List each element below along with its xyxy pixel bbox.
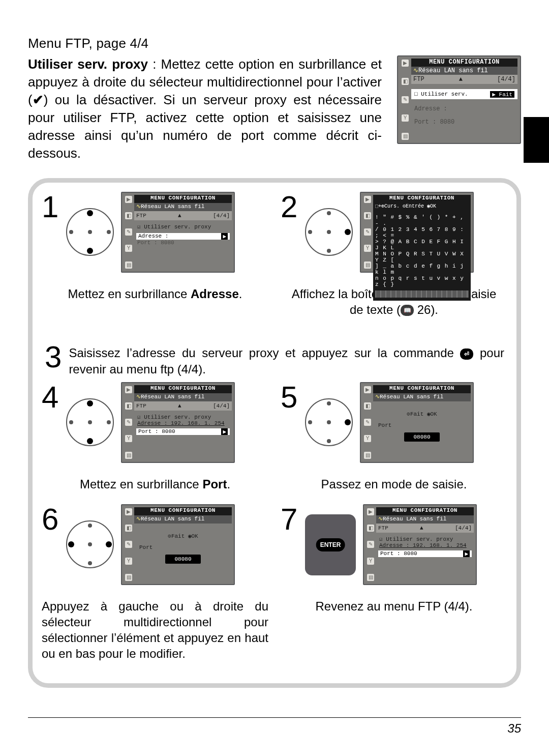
dial-icon: [305, 398, 353, 446]
pencil-icon: ✎: [402, 96, 409, 103]
intro-text: Utiliser serv. proxy : Mettez cette opti…: [28, 55, 382, 163]
steps-board: 1 ▶◧✎Y▤ MENU CONFIGURATION ∿Réseau LAN s…: [28, 178, 521, 688]
enter-button-graphic: [305, 514, 356, 575]
step-7: 7 ▶◧✎Y▤ MENU CONFIGURATION ∿Réseau LAN s…: [281, 504, 507, 674]
lcd-top: ▶ ◧ ✎ Y ▤ MENU CONFIGURATION ∿Réseau LAN…: [397, 55, 521, 144]
step-1: 1 ▶◧✎Y▤ MENU CONFIGURATION ∿Réseau LAN s…: [42, 192, 268, 330]
step-6: 6 ▶◧✎Y▤ MENU CONFIGURATION ∿Réseau LAN s…: [42, 504, 268, 674]
lcd-step2: ▶◧✎Y▤ MENU CONFIGURATION ⬚+⊕Curs. ⊙Entré…: [360, 192, 474, 273]
lcd-step4: ▶◧✎Y▤ MENU CONFIGURATION ∿Réseau LAN san…: [121, 382, 235, 463]
step-4: 4 ▶◧✎Y▤ MENU CONFIGURATION ∿Réseau LAN s…: [42, 382, 268, 504]
lcd-side-icons: ▶ ◧ ✎ Y ▤: [400, 60, 410, 140]
manual-ref-icon: 📖: [401, 305, 414, 316]
lcd-step6: ▶◧✎Y▤ MENU CONFIGURATION ∿Réseau LAN san…: [121, 504, 235, 585]
intro-lead: Utiliser serv. proxy: [28, 56, 148, 72]
footer-rule: [28, 717, 521, 718]
camera-icon: ◧: [402, 78, 409, 85]
check-icon: ✔: [33, 92, 44, 107]
lcd-step1: ▶◧✎Y▤ MENU CONFIGURATION ∿Réseau LAN san…: [121, 192, 235, 273]
enter-icon: ⏎: [460, 348, 473, 360]
step-5: 5 ▶◧✎Y▤ MENU CONFIGURATION ∿Réseau LAN s…: [281, 382, 507, 504]
intro-row: Utiliser serv. proxy : Mettez cette opti…: [28, 55, 521, 163]
lcd-step5: ▶◧✎Y▤ MENU CONFIGURATION ∿Réseau LAN san…: [360, 382, 474, 463]
step-3: 3 Saisissez l’adresse du serveur proxy e…: [42, 330, 507, 382]
dial-icon: [66, 398, 114, 446]
lcd-step7: ▶◧✎Y▤ MENU CONFIGURATION ∿Réseau LAN san…: [363, 504, 477, 585]
page-title: Menu FTP, page 4/4: [28, 36, 521, 51]
step-2: 2 ▶◧✎Y▤ MENU CONFIGURATION ⬚+⊕Curs. ⊙Ent…: [281, 192, 507, 330]
side-tab: [524, 117, 549, 163]
wrench-icon: Y: [402, 114, 409, 122]
dial-icon: [305, 208, 353, 256]
dial-icon: [66, 208, 114, 256]
play-icon: ▶: [402, 60, 409, 67]
page-number: 35: [507, 721, 521, 736]
card-icon: ▤: [402, 133, 409, 140]
dial-icon: [66, 520, 114, 568]
